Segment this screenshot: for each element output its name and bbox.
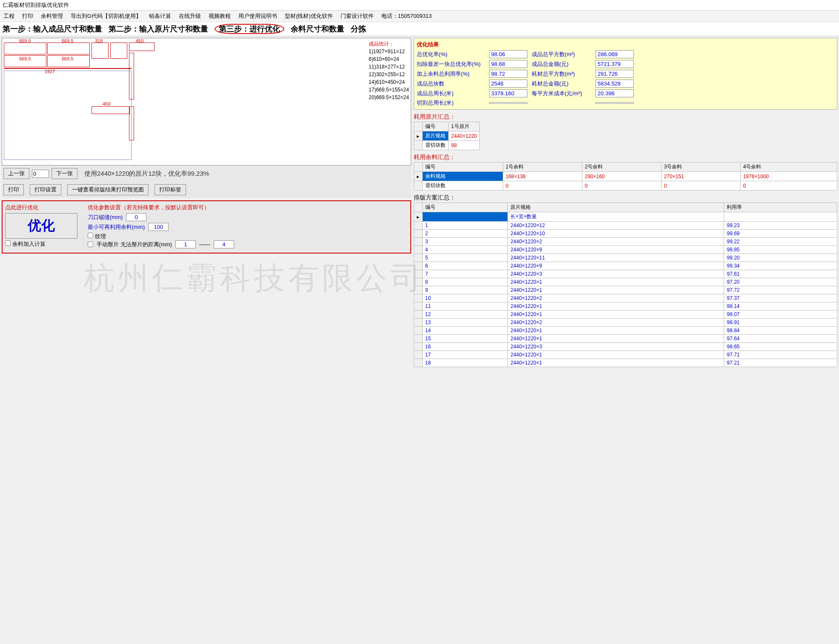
- table-row[interactable]: 122440×1220×198.07: [414, 311, 837, 319]
- step-5[interactable]: 分拣: [351, 25, 366, 33]
- sheet-status: 使用2440×1220的原片12块，优化率99.23%: [84, 170, 209, 178]
- table-row[interactable]: 162440×1220×398.65: [414, 343, 837, 351]
- table-row[interactable]: 22440×1220×1099.69: [414, 230, 837, 238]
- menu-item[interactable]: 导出到G代码【切割机使用】: [71, 13, 141, 19]
- prev-sheet-button[interactable]: 上一张: [3, 168, 29, 179]
- sheet-index-input[interactable]: [32, 170, 49, 178]
- table-row[interactable]: 132440×1220×298.91: [414, 319, 837, 327]
- manual-break-label: 手动掰片 无法掰片的距离(mm): [97, 241, 172, 248]
- menu-item[interactable]: 铝条计算: [149, 13, 171, 19]
- table-row[interactable]: 142440×1220×198.84: [414, 327, 837, 335]
- table-row[interactable]: 62440×1220×999.34: [414, 262, 837, 270]
- table-row[interactable]: 152440×1220×197.64: [414, 335, 837, 343]
- plan-summary-table[interactable]: 编号原片规格利用率 ▸长×宽×数量 12440×1220×1299.232244…: [414, 202, 837, 367]
- app-title: 仁霸板材切割排版优化软件: [3, 2, 69, 8]
- nav-row: 上一张 下一张 使用2440×1220的原片12块，优化率99.23%: [2, 165, 411, 182]
- kerf-label: 刀口锯缝(mm): [88, 214, 123, 221]
- min-scrap-input[interactable]: [148, 223, 169, 231]
- cutting-layout-preview: 669.5 669.5 669.5 669.5 1927 318 450 450…: [2, 38, 411, 165]
- table-row[interactable]: 182440×1220×197.21: [414, 359, 837, 367]
- scrap-summary-table[interactable]: 编号1号余料2号余料3号余料4号余料 ▸余料规格168×138290×16027…: [414, 162, 837, 191]
- action-button[interactable]: 打印设置: [30, 184, 61, 195]
- plan-summary-header: 排版方案汇总：: [414, 194, 837, 202]
- table-row[interactable]: 82440×1220×197.20: [414, 278, 837, 286]
- results-header: 优化结果: [417, 41, 834, 48]
- menu-bar: 工程打印余料管理导出到G代码【切割机使用】铝条计算在线升级视频教程用户使用说明书…: [0, 11, 839, 22]
- table-row[interactable]: 42440×1220×998.85: [414, 246, 837, 254]
- table-row[interactable]: 112440×1220×198.14: [414, 302, 837, 311]
- menu-item[interactable]: 余料管理: [41, 13, 63, 19]
- table-row[interactable]: 172440×1220×197.71: [414, 351, 837, 359]
- menu-item[interactable]: 视频教程: [209, 13, 231, 19]
- kerf-input[interactable]: [126, 213, 146, 221]
- table-row[interactable]: 72440×1220×397.61: [414, 270, 837, 278]
- title-bar: 仁霸板材切割排版优化软件: [0, 0, 839, 11]
- menu-item[interactable]: 打印: [22, 13, 33, 19]
- optimize-panel: 点此进行优化 优化 余料加入计算 优化参数设置（若无特殊要求，按默认设置即可） …: [2, 200, 411, 254]
- menu-item[interactable]: 型材(线材)优化软件: [285, 13, 333, 19]
- menu-item[interactable]: 工程: [3, 13, 14, 19]
- action-buttons: 打印打印设置一键查看排版结果打印预览图打印标签: [2, 182, 411, 198]
- step-2[interactable]: 第二步：输入原片尺寸和数量: [109, 25, 208, 33]
- step-1[interactable]: 第一步：输入成品尺寸和数量: [3, 25, 102, 33]
- action-button[interactable]: 一键查看排版结果打印预览图: [67, 184, 149, 195]
- action-button[interactable]: 打印: [3, 184, 24, 195]
- table-row[interactable]: 92440×1220×197.72: [414, 286, 837, 294]
- manual-break-checkbox[interactable]: [88, 242, 93, 247]
- action-button[interactable]: 打印标签: [155, 184, 186, 195]
- table-row[interactable]: 102440×1220×297.37: [414, 294, 837, 302]
- menu-item[interactable]: 门窗设计软件: [341, 13, 374, 19]
- step-3[interactable]: 第三步：进行优化: [215, 24, 284, 34]
- piece-stats: 成品统计： 1)1927×911=126)610×60=2411)318×277…: [369, 40, 409, 101]
- menu-item[interactable]: 电话：15057009313: [381, 13, 432, 19]
- optimize-button[interactable]: 优化: [5, 213, 77, 239]
- scrap-include-checkbox[interactable]: [5, 240, 11, 246]
- scrap-summary-header: 耗用余料汇总：: [414, 154, 837, 161]
- raw-summary-header: 耗用原片汇总：: [414, 113, 837, 121]
- next-sheet-button[interactable]: 下一张: [52, 168, 77, 179]
- opt-params-header: 优化参数设置（若无特殊要求，按默认设置即可）: [88, 204, 408, 211]
- step-4[interactable]: 余料尺寸和数量: [291, 25, 344, 33]
- step-bar: 第一步：输入成品尺寸和数量 第二步：输入原片尺寸和数量 第三步：进行优化 余料尺…: [0, 22, 839, 36]
- table-row[interactable]: 52440×1220×1199.20: [414, 254, 837, 262]
- table-row[interactable]: 12440×1220×1299.23: [414, 222, 837, 230]
- menu-item[interactable]: 用户使用说明书: [238, 13, 277, 19]
- min-scrap-label: 最小可再利用余料(mm): [88, 223, 145, 231]
- raw-summary-table[interactable]: 编号1号原片 ▸原片规格2440×1220 需切块数98: [414, 122, 480, 150]
- grain-checkbox[interactable]: [88, 233, 93, 238]
- results-panel: 优化结果 总优化率(%)98.06成品总平方数(m²)286.069扣除最差一块…: [414, 38, 837, 110]
- optimize-prompt: 点此进行优化: [5, 204, 82, 211]
- menu-item[interactable]: 在线升级: [179, 13, 201, 19]
- manual-dist-2-input[interactable]: [214, 240, 234, 248]
- table-row[interactable]: 32440×1220×299.22: [414, 238, 837, 246]
- manual-dist-1-input[interactable]: [175, 240, 196, 248]
